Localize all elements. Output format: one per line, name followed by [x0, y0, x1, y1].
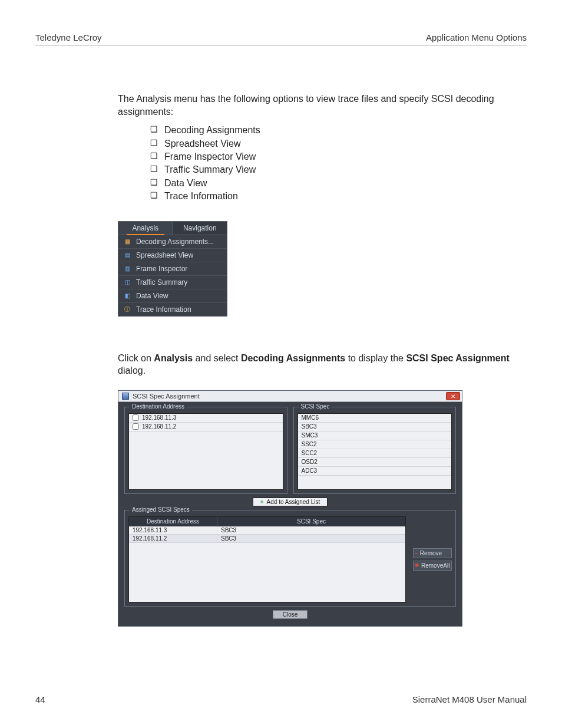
cell-spec: SBC3	[217, 535, 405, 543]
column-header-address: Destination Address	[129, 517, 217, 526]
app-icon	[122, 393, 129, 400]
menu-item-data-view[interactable]: ◧ Data View	[118, 289, 227, 303]
list-item-label: SBC3	[302, 423, 317, 430]
tab-label: Analysis	[132, 224, 158, 232]
destination-listbox[interactable]: 192.168.11.3 192.168.11.2	[128, 413, 283, 490]
dialog-title: SCSI Spec Assignment	[133, 393, 200, 400]
plus-icon: +	[260, 499, 264, 505]
column-header-spec: SCSI Spec	[217, 517, 405, 526]
table-row[interactable]: 192.168.11.2 SBC3	[129, 535, 405, 543]
menu-item-decoding[interactable]: ▦ Decoding Assignments...	[118, 235, 227, 249]
menu-item-label: Spreadsheet View	[136, 251, 193, 259]
bullet-item: Traffic Summary View	[150, 163, 515, 176]
remove-buttons: − Remove ✖ RemoveAll	[411, 516, 452, 602]
group-title: Destination Address	[130, 403, 187, 410]
menu-item-spreadsheet[interactable]: ▤ Spreadsheet View	[118, 249, 227, 262]
list-item[interactable]: SBC3	[298, 423, 452, 431]
text: to display the	[345, 353, 406, 363]
button-label: Remove	[420, 550, 442, 556]
list-item[interactable]: SSC2	[298, 440, 452, 449]
menu-item-frame-inspector[interactable]: ▥ Frame Inspector	[118, 262, 227, 276]
bold-text: SCSI Spec Assignment	[406, 353, 509, 363]
checkbox[interactable]	[133, 414, 139, 421]
remove-button[interactable]: − Remove	[413, 548, 452, 558]
page-number: 44	[35, 694, 45, 704]
group-destination-address: Destination Address 192.168.11.3 192.168…	[124, 407, 287, 494]
page-header: Teledyne LeCroy Application Menu Options	[35, 32, 527, 45]
cell-address: 192.168.11.2	[129, 535, 217, 543]
bullet-item: Frame Inspector View	[150, 150, 515, 163]
bullet-item: Spreadsheet View	[150, 137, 515, 150]
remove-all-button[interactable]: ✖ RemoveAll	[413, 561, 452, 571]
assigned-table: Destination Address SCSI Spec 192.168.11…	[128, 516, 406, 602]
list-item-label: SCC2	[302, 450, 318, 456]
list-item-label: 192.168.11.3	[142, 414, 176, 421]
list-item[interactable]: 192.168.11.3	[129, 414, 283, 423]
close-button[interactable]: Close	[273, 610, 308, 619]
data-view-icon: ◧	[123, 292, 131, 300]
add-to-assigned-button[interactable]: + Add to Assigned List	[253, 498, 328, 506]
page-footer: 44 SierraNet M408 User Manual	[35, 694, 527, 704]
menu-items: ▦ Decoding Assignments... ▤ Spreadsheet …	[118, 235, 227, 316]
scsi-dialog: SCSI Spec Assignment ✕ Destination Addre…	[118, 390, 462, 627]
header-left: Teledyne LeCroy	[35, 32, 102, 42]
bullet-item: Data View	[150, 177, 515, 190]
cell-address: 192.168.11.3	[129, 526, 217, 535]
group-scsi-spec: SCSI Spec MMC6 SBC3 SMC3 SSC2 SCC2 OSD2 …	[293, 407, 457, 494]
menu-item-traffic-summary[interactable]: ◫ Traffic Summary	[118, 276, 227, 289]
list-item-label: MMC6	[302, 414, 319, 421]
info-icon: ⓘ	[123, 305, 131, 314]
checkbox[interactable]	[133, 423, 139, 430]
menu-item-trace-info[interactable]: ⓘ Trace Information	[118, 303, 227, 316]
menu-item-label: Frame Inspector	[136, 265, 187, 273]
footer-right: SierraNet M408 User Manual	[412, 694, 527, 704]
table-body[interactable]: 192.168.11.3 SBC3 192.168.11.2 SBC3	[128, 526, 406, 602]
list-item-label: 192.168.11.2	[142, 423, 176, 430]
menu-item-label: Data View	[136, 292, 168, 300]
bullet-item: Decoding Assignments	[150, 124, 515, 137]
tab-label: Navigation	[183, 224, 217, 232]
bullet-list: Decoding Assignments Spreadsheet View Fr…	[150, 124, 515, 203]
assignments-icon: ▦	[123, 238, 131, 246]
bold-text: Decoding Assignments	[241, 353, 345, 363]
bold-text: Analysis	[154, 353, 193, 363]
header-right: Application Menu Options	[426, 32, 527, 42]
button-label: RemoveAll	[421, 562, 449, 569]
dialog-titlebar: SCSI Spec Assignment ✕	[118, 391, 462, 402]
button-label: Close	[283, 611, 298, 618]
list-item-label: SMC3	[302, 432, 318, 439]
minus-icon: −	[415, 550, 418, 556]
group-title: SCSI Spec	[299, 403, 332, 410]
summary-icon: ◫	[123, 278, 131, 286]
spec-listbox[interactable]: MMC6 SBC3 SMC3 SSC2 SCC2 OSD2 ADC3	[297, 413, 452, 490]
menu-item-label: Trace Information	[136, 305, 191, 314]
list-item-label: SSC2	[302, 441, 317, 447]
page-content: The Analysis menu has the following opti…	[118, 93, 515, 627]
list-item[interactable]: OSD2	[298, 458, 452, 467]
intro-paragraph: The Analysis menu has the following opti…	[118, 93, 515, 118]
list-item[interactable]: 192.168.11.2	[129, 423, 283, 431]
tab-analysis[interactable]: Analysis	[118, 222, 173, 235]
group-assigned-specs: Assinged SCSI Specs Destination Address …	[124, 510, 456, 607]
close-icon[interactable]: ✕	[446, 392, 460, 400]
tab-navigation[interactable]: Navigation	[173, 222, 227, 235]
list-item[interactable]: SMC3	[298, 431, 452, 440]
cell-spec: SBC3	[217, 526, 405, 535]
dialog-body: Destination Address 192.168.11.3 192.168…	[118, 402, 462, 626]
group-title: Assinged SCSI Specs	[130, 506, 192, 513]
menu-screenshot: Analysis Navigation ▦ Decoding Assignmen…	[118, 221, 227, 317]
list-item[interactable]: MMC6	[298, 414, 452, 423]
x-icon: ✖	[415, 562, 419, 568]
table-row[interactable]: 192.168.11.3 SBC3	[129, 526, 405, 535]
menu-item-label: Traffic Summary	[136, 278, 187, 286]
list-item-label: ADC3	[302, 467, 318, 474]
menu-item-label: Decoding Assignments...	[136, 238, 214, 246]
text: dialog.	[118, 365, 146, 375]
text: Click on	[118, 353, 154, 363]
list-item[interactable]: SCC2	[298, 449, 452, 458]
inspector-icon: ▥	[123, 265, 131, 273]
table-header: Destination Address SCSI Spec	[128, 516, 406, 526]
bullet-item: Trace Information	[150, 190, 515, 203]
text: and select	[193, 353, 241, 363]
list-item[interactable]: ADC3	[298, 467, 452, 476]
